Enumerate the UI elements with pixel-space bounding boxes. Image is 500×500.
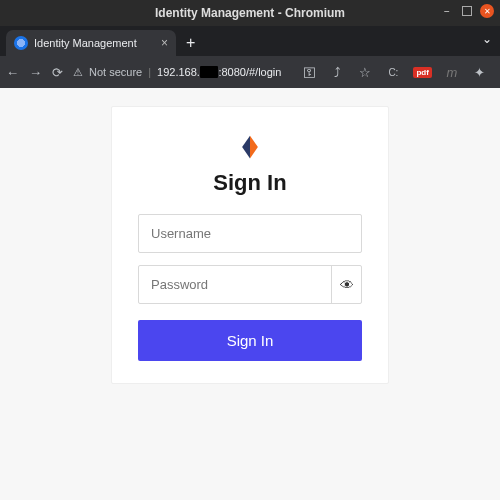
address-bar[interactable]: ⚠ Not secure | 192.168.xxx:8080/#/login xyxy=(73,66,281,79)
login-card: Sign In 👁 Sign In xyxy=(111,106,389,384)
back-button[interactable]: ← xyxy=(6,65,19,80)
app-logo-icon xyxy=(236,133,264,164)
bookmark-star-icon[interactable]: ☆ xyxy=(357,65,373,80)
username-field xyxy=(138,214,362,253)
password-reveal-button[interactable]: 👁 xyxy=(331,266,361,303)
browser-tabstrip: Identity Management × + ⌄ xyxy=(0,26,500,56)
not-secure-icon: ⚠ xyxy=(73,66,83,79)
eye-icon: 👁 xyxy=(340,277,354,293)
window-maximize-button[interactable] xyxy=(462,6,472,16)
password-input[interactable] xyxy=(139,266,331,303)
extension-pdf-icon[interactable]: pdf xyxy=(413,67,431,78)
plus-icon: + xyxy=(186,34,195,52)
extension-m-icon[interactable]: m xyxy=(444,65,460,80)
url-text: 192.168.xxx:8080/#/login xyxy=(157,66,281,78)
share-icon[interactable]: ⤴ xyxy=(329,65,345,80)
window-controls xyxy=(440,4,494,18)
password-field: 👁 xyxy=(138,265,362,304)
reload-button[interactable]: ⟳ xyxy=(52,65,63,80)
username-input[interactable] xyxy=(139,215,361,252)
page-content: Sign In 👁 Sign In xyxy=(0,88,500,500)
security-label: Not secure xyxy=(89,66,142,78)
forward-button[interactable]: → xyxy=(29,65,42,80)
tab-favicon-icon xyxy=(14,36,28,50)
window-titlebar: Identity Management - Chromium xyxy=(0,0,500,26)
browser-tab[interactable]: Identity Management × xyxy=(6,30,176,56)
key-icon[interactable]: ⚿ xyxy=(301,65,317,80)
new-tab-button[interactable]: + xyxy=(176,30,205,56)
extension-c-icon[interactable]: C: xyxy=(385,67,401,78)
tab-title: Identity Management xyxy=(34,37,137,49)
tab-close-icon[interactable]: × xyxy=(161,36,168,50)
toolbar-actions: ⚿ ⤴ ☆ C: pdf m ✦ 👤 ⋮ xyxy=(301,63,500,81)
window-close-button[interactable] xyxy=(480,4,494,18)
tab-list-dropdown-icon[interactable]: ⌄ xyxy=(482,32,492,46)
window-title: Identity Management - Chromium xyxy=(155,6,345,20)
window-minimize-button[interactable] xyxy=(440,4,454,18)
login-heading: Sign In xyxy=(213,170,286,196)
signin-button[interactable]: Sign In xyxy=(138,320,362,361)
extensions-puzzle-icon[interactable]: ✦ xyxy=(472,65,488,80)
browser-toolbar: ← → ⟳ ⚠ Not secure | 192.168.xxx:8080/#/… xyxy=(0,56,500,88)
